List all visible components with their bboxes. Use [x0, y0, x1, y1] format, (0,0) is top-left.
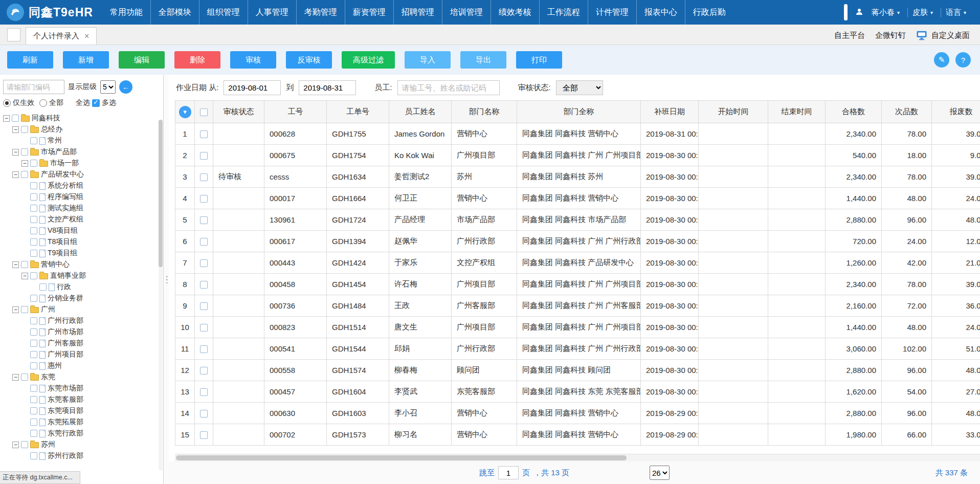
tree-expander-icon[interactable]: − [21, 160, 28, 167]
row-checkbox[interactable] [200, 324, 208, 332]
toolbar-button-2[interactable]: 新增 [63, 51, 109, 69]
horizontal-scrollbar[interactable] [175, 454, 980, 461]
nav-item-10[interactable]: 工作流程 [539, 0, 588, 25]
panel-splitter[interactable]: ⋮ [164, 75, 169, 484]
tree-expander-icon[interactable]: − [12, 261, 19, 268]
user-menu[interactable]: 蒋小春 ▾ [867, 8, 904, 17]
link-self-platform[interactable]: 自主平台 [834, 31, 865, 40]
collapse-tree-button[interactable]: ← [119, 80, 132, 94]
nav-item-11[interactable]: 计件管理 [588, 0, 636, 25]
row-checkbox[interactable] [200, 302, 208, 310]
select-all-checkbox[interactable] [200, 108, 208, 116]
column-header-11[interactable]: 次品数 [882, 101, 932, 123]
tree-checkbox[interactable] [30, 182, 37, 189]
nav-item-3[interactable]: 组织管理 [199, 0, 248, 25]
tree-node[interactable]: T9项目组 [0, 248, 163, 259]
row-checkbox[interactable] [200, 259, 208, 267]
tree-node[interactable]: −东莞 [0, 371, 163, 383]
tree-expander-icon[interactable]: − [3, 115, 10, 122]
toolbar-button-8[interactable]: 导入 [405, 51, 451, 69]
tree-expander-icon[interactable]: − [12, 171, 19, 178]
tree-checkbox[interactable] [30, 160, 37, 167]
column-header-8[interactable]: 开始时间 [699, 101, 768, 123]
tree-expander-icon[interactable]: − [21, 273, 28, 279]
tree-checkbox[interactable] [30, 317, 37, 324]
table-row[interactable]: 11000541GDH1544邱娟广州行政部同鑫集团 同鑫科技 广州 广州行政部… [175, 338, 980, 360]
tree-checkbox[interactable] [30, 396, 37, 403]
tree-expander-icon[interactable]: − [12, 306, 19, 313]
table-row[interactable]: 9000736GDH1484王政广州客服部同鑫集团 同鑫科技 广州 广州客服部2… [175, 295, 980, 317]
tree-node[interactable]: −同鑫科技 [0, 113, 163, 124]
tree-checkbox[interactable] [30, 328, 37, 336]
tree-node[interactable]: 广州客服部 [0, 338, 163, 349]
tree-node[interactable]: 东莞行政部 [0, 428, 163, 439]
tree-node[interactable]: 东莞市场部 [0, 383, 163, 394]
table-row[interactable]: 7000443GDH1424于家乐文控产权组同鑫集团 同鑫科技 产品研发中心20… [175, 252, 980, 274]
date-from-input[interactable] [224, 80, 281, 95]
tree-node[interactable]: 文控产权组 [0, 214, 163, 225]
nav-item-5[interactable]: 考勤管理 [296, 0, 345, 25]
table-row[interactable]: 13000457GDH1604李贤武东莞客服部同鑫集团 同鑫科技 东莞 东莞客服… [175, 381, 980, 403]
tree-node[interactable]: −市场产品部 [0, 146, 163, 158]
tree-node[interactable]: 常州 [0, 135, 163, 146]
nav-item-7[interactable]: 招聘管理 [393, 0, 442, 25]
tree-node[interactable]: 广州市场部 [0, 326, 163, 338]
dept-code-input[interactable] [3, 80, 64, 94]
tree-expander-icon[interactable]: − [12, 126, 19, 133]
nav-item-9[interactable]: 绩效考核 [491, 0, 539, 25]
tree-checkbox[interactable] [30, 407, 37, 414]
tree-node[interactable]: 东莞拓展部 [0, 416, 163, 428]
tree-checkbox[interactable] [30, 272, 37, 279]
column-header-12[interactable]: 报废数 [932, 101, 980, 123]
tree-node[interactable]: −广州 [0, 304, 163, 315]
tree-node[interactable]: V8项目组 [0, 225, 163, 236]
tree-checkbox[interactable] [30, 205, 37, 212]
column-header-9[interactable]: 结束时间 [768, 101, 826, 123]
tree-checkbox[interactable] [30, 137, 37, 144]
page-size-select[interactable]: 26 [650, 466, 670, 480]
tree-checkbox[interactable] [30, 238, 37, 246]
row-checkbox[interactable] [200, 238, 208, 246]
row-checkbox[interactable] [200, 130, 208, 138]
tree-checkbox[interactable] [30, 419, 37, 426]
customize-button[interactable]: ✎ [934, 52, 949, 68]
table-row[interactable]: 14000630GDH1603李小召营销中心同鑫集团 同鑫科技 营销中心2019… [175, 403, 980, 424]
tree-checkbox[interactable] [30, 193, 37, 201]
link-custom-desktop[interactable]: 自定义桌面 [931, 31, 970, 40]
tree-expander-icon[interactable]: − [12, 374, 19, 381]
scrollbar-thumb[interactable] [159, 120, 163, 267]
row-checkbox[interactable] [200, 431, 208, 439]
audit-status-select[interactable]: 全部 [556, 80, 603, 95]
table-row[interactable]: 15000702GDH1573柳习名营销中心同鑫集团 同鑫科技 营销中心2019… [175, 424, 980, 446]
tree-node[interactable]: 行政 [0, 281, 163, 293]
nav-item-13[interactable]: 行政后勤 [685, 0, 733, 25]
table-row[interactable]: 4000017GDH1664何卫正营销中心同鑫集团 同鑫科技 营销中心2019-… [175, 188, 980, 209]
level-select[interactable]: 5 [100, 80, 116, 94]
tab-close-icon[interactable]: × [84, 32, 89, 41]
row-checkbox[interactable] [200, 195, 208, 203]
sidebar-scrollbar[interactable] [159, 120, 163, 471]
tree-checkbox[interactable] [21, 171, 28, 178]
toolbar-button-9[interactable]: 导出 [460, 51, 506, 69]
table-row[interactable]: 8000458GDH1454许石梅广州项目部同鑫集团 同鑫科技 广州 广州项目部… [175, 274, 980, 295]
tree-node[interactable]: 惠州 [0, 360, 163, 371]
tree-checkbox[interactable] [30, 452, 37, 459]
radio-all[interactable] [39, 99, 47, 107]
tree-checkbox[interactable] [21, 441, 28, 448]
multi-select-checkbox[interactable]: ✓ [92, 99, 100, 107]
tree-node[interactable]: T8项目组 [0, 236, 163, 248]
table-row[interactable]: 10000823GDH1514唐文生广州项目部同鑫集团 同鑫科技 广州 广州项目… [175, 317, 980, 338]
row-checkbox[interactable] [200, 216, 208, 224]
table-row[interactable]: 6000617GDH1394赵佩华广州行政部同鑫集团 同鑫科技 广州 广州行政部… [175, 231, 980, 252]
tree-node[interactable]: −苏州 [0, 439, 163, 450]
tree-checkbox[interactable] [30, 295, 37, 302]
tree-checkbox[interactable] [30, 351, 37, 358]
employee-input[interactable] [397, 80, 500, 95]
row-checkbox[interactable] [200, 367, 208, 375]
toolbar-button-6[interactable]: 反审核 [286, 51, 332, 69]
skin-menu[interactable]: 皮肤 ▾ [907, 8, 938, 17]
nav-item-12[interactable]: 报表中心 [636, 0, 685, 25]
tree-checkbox[interactable] [30, 227, 37, 234]
table-row[interactable]: 1000628GDH1755James Gordon营销中心同鑫集团 同鑫科技 … [175, 123, 980, 145]
table-row[interactable]: 3待审核cesssGDH1634姜哲测试2苏州同鑫集团 同鑫科技 苏州2019-… [175, 166, 980, 188]
